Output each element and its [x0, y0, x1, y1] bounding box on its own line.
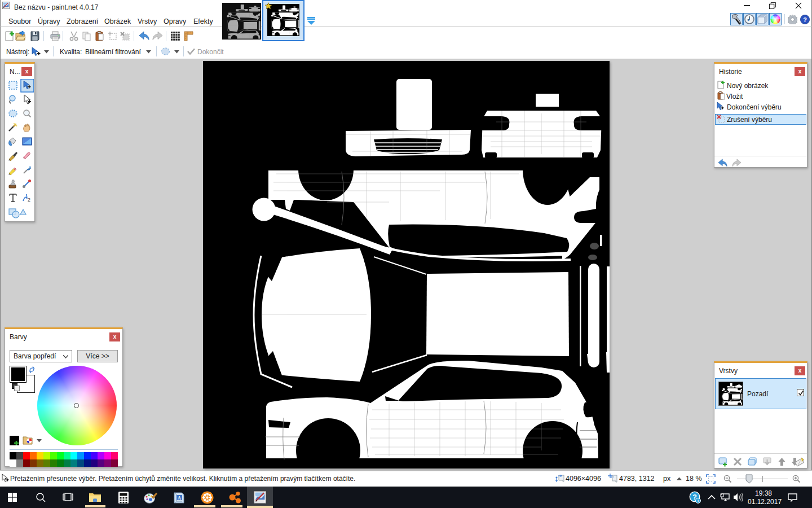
- svg-text:?: ?: [803, 16, 807, 23]
- svg-text:A: A: [178, 496, 181, 501]
- svg-text:2: 2: [28, 197, 30, 203]
- svg-text:i: i: [698, 499, 699, 503]
